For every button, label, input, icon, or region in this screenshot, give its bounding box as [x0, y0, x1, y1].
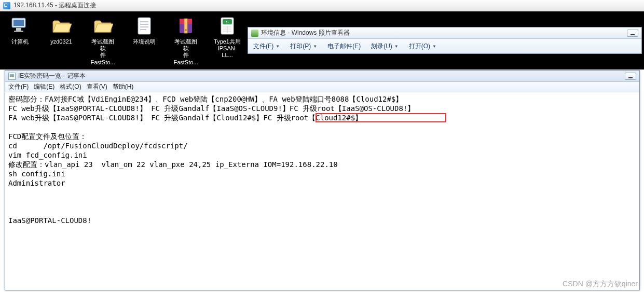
svg-point-13: [185, 29, 187, 31]
chevron-down-icon: ▼: [276, 44, 280, 49]
svg-rect-3: [14, 31, 23, 32]
menu-label: 文件(F): [253, 42, 273, 51]
desktop-label: 计算机: [11, 38, 29, 45]
menu-view[interactable]: 查看(V): [87, 82, 107, 91]
notepad-titlebar[interactable]: IE实验密码一览 - 记事本: [5, 71, 639, 82]
folder-icon: [92, 16, 113, 36]
rar-icon: [175, 16, 196, 36]
chevron-down-icon: ▼: [394, 44, 399, 49]
menu-label: 电子邮件(E): [327, 42, 361, 51]
menu-edit[interactable]: 编辑(E): [34, 82, 54, 91]
pv-menu-burn[interactable]: 刻录(U)▼: [371, 42, 399, 51]
svg-rect-2: [16, 28, 21, 31]
desktop-icon-txt[interactable]: 环境说明: [131, 16, 158, 45]
desktop-label: Type1共用 IPSAN-LL...: [214, 38, 241, 59]
menu-label: 打印(P): [290, 42, 311, 51]
menu-format[interactable]: 格式(O): [60, 82, 81, 91]
svg-rect-1: [13, 20, 24, 26]
menu-file[interactable]: 文件(F): [8, 82, 29, 91]
pv-menu-file[interactable]: 文件(F)▼: [253, 42, 280, 51]
highlight-box: [316, 113, 446, 122]
svg-rect-4: [138, 18, 150, 34]
desktop-label: 考试截图软 件FastSto...: [172, 38, 199, 66]
desktop-label: 环境说明: [133, 38, 156, 45]
photo-viewer-icon: [251, 30, 258, 37]
xls-icon: S: [217, 16, 238, 36]
pv-menu-print[interactable]: 打印(P)▼: [290, 42, 317, 51]
pv-menu-open[interactable]: 打开(O)▼: [409, 42, 436, 51]
desktop-icon-rar[interactable]: 考试截图软 件FastSto...: [172, 16, 199, 66]
minimize-button[interactable]: [627, 30, 638, 37]
notepad-icon: [8, 73, 16, 80]
desktop-icon-computer[interactable]: 计算机: [6, 16, 33, 45]
notepad-title: IE实验密码一览 - 记事本: [18, 72, 625, 80]
photo-viewer-toolbar: 文件(F)▼ 打印(P)▼ 电子邮件(E) 刻录(U)▼ 打开(O)▼: [248, 39, 641, 53]
menu-label: 刻录(U): [371, 42, 392, 51]
notepad-content[interactable]: 密码部分：FA对接FC域【VdiEnginE@234】、FCD web登陆【cn…: [5, 92, 639, 227]
folder-icon: [51, 16, 72, 36]
rdp-icon: [3, 2, 10, 9]
notepad-menubar: 文件(F) 编辑(E) 格式(O) 查看(V) 帮助(H): [5, 82, 639, 92]
minimize-button[interactable]: [625, 73, 636, 80]
computer-icon: [9, 16, 30, 36]
pv-menu-email[interactable]: 电子邮件(E): [327, 42, 361, 51]
photo-viewer-title: 环境信息 - Windows 照片查看器: [261, 29, 627, 37]
chevron-down-icon: ▼: [313, 44, 317, 49]
notepad-window: IE实验密码一览 - 记事本 文件(F) 编辑(E) 格式(O) 查看(V) 帮…: [5, 70, 640, 290]
menu-label: 打开(O): [409, 42, 430, 51]
photo-viewer-titlebar[interactable]: 环境信息 - Windows 照片查看器: [248, 27, 641, 39]
desktop-label: 考试截图软 件FastSto...: [89, 38, 116, 66]
photo-viewer-window: 环境信息 - Windows 照片查看器 文件(F)▼ 打印(P)▼ 电子邮件(…: [248, 27, 642, 54]
desktop-label: yzd0321: [50, 38, 72, 45]
desktop-icon-folder[interactable]: yzd0321: [48, 16, 75, 45]
desktop-icon-folder[interactable]: 考试截图软 件FastSto...: [89, 16, 116, 66]
txt-icon: [134, 16, 155, 36]
rdp-title-text: 192.168.11.45 - 远程桌面连接: [13, 1, 96, 10]
menu-help[interactable]: 帮助(H): [113, 82, 134, 91]
chevron-down-icon: ▼: [432, 44, 436, 49]
desktop-icon-xls[interactable]: S Type1共用 IPSAN-LL...: [214, 16, 241, 59]
svg-text:S: S: [226, 20, 228, 24]
rdp-titlebar: 192.168.11.45 - 远程桌面连接: [0, 0, 644, 11]
